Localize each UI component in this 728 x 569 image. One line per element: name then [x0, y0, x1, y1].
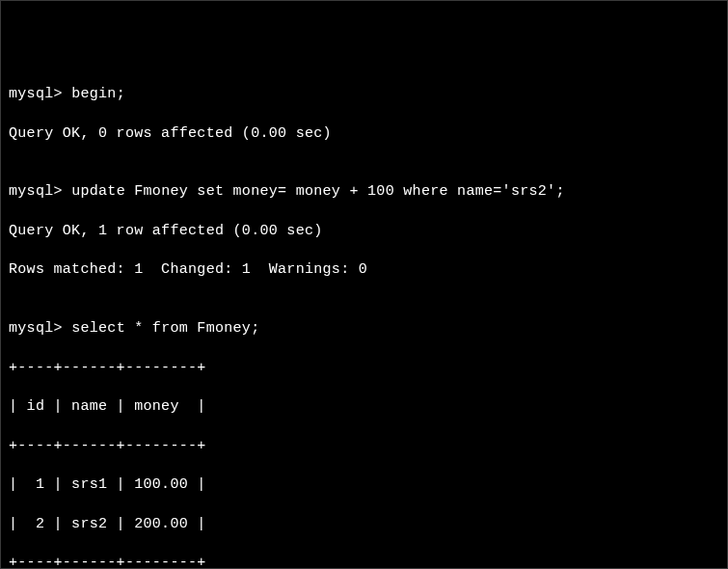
table-header: | id | name | money | [9, 397, 719, 417]
mysql-prompt: mysql> [9, 86, 71, 102]
terminal-line: mysql> select * from Fmoney; [9, 319, 719, 339]
table-border: +----+------+--------+ [9, 437, 719, 456]
query-response: Rows matched: 1 Changed: 1 Warnings: 0 [9, 260, 719, 280]
table-border: +----+------+--------+ [9, 359, 719, 378]
mysql-prompt: mysql> [9, 320, 71, 337]
query-response: Query OK, 0 rows affected (0.00 sec) [9, 124, 719, 144]
sql-command-select: select * from Fmoney; [71, 320, 259, 337]
query-response: Query OK, 1 row affected (0.00 sec) [9, 222, 719, 241]
table-row: | 1 | srs1 | 100.00 | [9, 475, 719, 495]
table-border: +----+------+--------+ [9, 554, 719, 569]
sql-command-update: update Fmoney set money= money + 100 whe… [71, 183, 565, 200]
sql-command-begin: begin; [71, 86, 125, 102]
table-row: | 2 | srs2 | 200.00 | [9, 515, 719, 534]
mysql-prompt: mysql> [9, 183, 71, 200]
terminal-line: mysql> update Fmoney set money= money + … [9, 182, 719, 202]
terminal-line: mysql> begin; [9, 85, 719, 104]
